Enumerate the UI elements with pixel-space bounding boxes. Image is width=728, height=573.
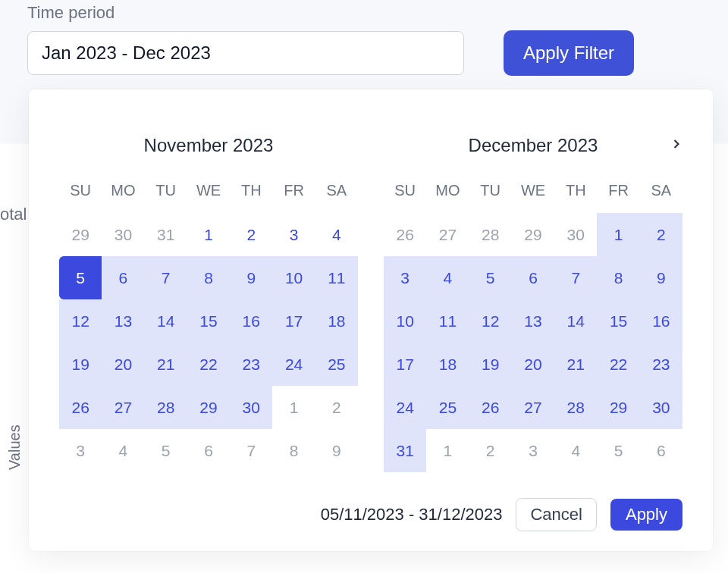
calendar-day[interactable]: 6 xyxy=(640,429,682,472)
weekday-label: SU xyxy=(59,176,102,213)
calendar-day[interactable]: 27 xyxy=(512,386,554,429)
calendar-day[interactable]: 25 xyxy=(426,386,469,429)
calendar-day[interactable]: 1 xyxy=(272,386,315,429)
calendar-day[interactable]: 1 xyxy=(187,213,230,256)
calendar-day[interactable]: 27 xyxy=(426,213,469,256)
calendar-day[interactable]: 17 xyxy=(384,343,426,386)
calendar-day[interactable]: 3 xyxy=(59,429,102,472)
calendar-day[interactable]: 2 xyxy=(230,213,272,256)
calendar-day[interactable]: 9 xyxy=(230,256,272,299)
cancel-button[interactable]: Cancel xyxy=(516,498,596,531)
calendar-day[interactable]: 8 xyxy=(597,256,639,299)
chevron-right-icon xyxy=(669,141,684,154)
calendar-day[interactable]: 4 xyxy=(315,213,358,256)
calendar-day[interactable]: 24 xyxy=(272,343,315,386)
calendar-day[interactable]: 26 xyxy=(469,386,512,429)
calendar-day[interactable]: 26 xyxy=(59,386,102,429)
calendar-day[interactable]: 7 xyxy=(145,256,187,299)
calendar-day[interactable]: 1 xyxy=(597,213,639,256)
calendar-day[interactable]: 23 xyxy=(230,343,272,386)
next-month-button[interactable] xyxy=(669,136,684,155)
calendar-day[interactable]: 8 xyxy=(187,256,230,299)
calendar-day[interactable]: 3 xyxy=(512,429,554,472)
calendar-day[interactable]: 12 xyxy=(469,299,512,343)
calendar-day[interactable]: 2 xyxy=(315,386,358,429)
calendar-day[interactable]: 14 xyxy=(145,299,187,343)
calendar-day[interactable]: 31 xyxy=(145,213,187,256)
calendar-day[interactable]: 30 xyxy=(102,213,144,256)
y-axis-label: Values xyxy=(6,424,24,470)
calendar-day[interactable]: 15 xyxy=(187,299,230,343)
calendar-day[interactable]: 6 xyxy=(512,256,554,299)
calendar-day[interactable]: 5 xyxy=(597,429,639,472)
weekday-label: TH xyxy=(554,176,597,213)
calendar-day[interactable]: 23 xyxy=(640,343,682,386)
calendar-day[interactable]: 8 xyxy=(272,429,315,472)
calendar-day[interactable]: 7 xyxy=(230,429,272,472)
calendar-day[interactable]: 15 xyxy=(597,299,639,343)
calendar-day[interactable]: 31 xyxy=(384,429,426,472)
calendar-day[interactable]: 19 xyxy=(59,343,102,386)
calendar-day[interactable]: 12 xyxy=(59,299,102,343)
calendar-day[interactable]: 16 xyxy=(640,299,682,343)
calendar-day[interactable]: 29 xyxy=(187,386,230,429)
calendar-day[interactable]: 21 xyxy=(554,343,597,386)
calendar-day[interactable]: 21 xyxy=(145,343,187,386)
calendar-day[interactable]: 4 xyxy=(102,429,144,472)
weekday-label: TU xyxy=(145,176,187,213)
calendar-day[interactable]: 20 xyxy=(102,343,144,386)
selected-range-text: 05/11/2023 - 31/12/2023 xyxy=(321,505,503,524)
calendar-day[interactable]: 16 xyxy=(230,299,272,343)
calendar-day[interactable]: 7 xyxy=(554,256,597,299)
weekday-label: MO xyxy=(426,176,469,213)
calendar-day[interactable]: 5 xyxy=(59,256,102,299)
calendar-day[interactable]: 6 xyxy=(187,429,230,472)
calendar-day[interactable]: 11 xyxy=(315,256,358,299)
calendar-day[interactable]: 9 xyxy=(640,256,682,299)
calendar-day[interactable]: 2 xyxy=(469,429,512,472)
calendar-day[interactable]: 22 xyxy=(187,343,230,386)
calendar-day[interactable]: 26 xyxy=(384,213,426,256)
calendar-day[interactable]: 5 xyxy=(469,256,512,299)
calendar-day[interactable]: 28 xyxy=(469,213,512,256)
month-right: December 2023 SUMOTUWETHFRSA 26272829301… xyxy=(384,135,682,472)
weekday-label: SU xyxy=(384,176,426,213)
calendar-day[interactable]: 9 xyxy=(315,429,358,472)
calendar-day[interactable]: 10 xyxy=(384,299,426,343)
calendar-day[interactable]: 27 xyxy=(102,386,144,429)
calendar-day[interactable]: 28 xyxy=(554,386,597,429)
calendar-day[interactable]: 29 xyxy=(597,386,639,429)
calendar-day[interactable]: 3 xyxy=(384,256,426,299)
calendar-day[interactable]: 6 xyxy=(102,256,144,299)
calendar-day[interactable]: 30 xyxy=(230,386,272,429)
calendar-day[interactable]: 29 xyxy=(512,213,554,256)
calendar-day[interactable]: 17 xyxy=(272,299,315,343)
calendar-day[interactable]: 22 xyxy=(597,343,639,386)
calendar-day[interactable]: 18 xyxy=(426,343,469,386)
calendar-day[interactable]: 3 xyxy=(272,213,315,256)
calendar-day[interactable]: 30 xyxy=(640,386,682,429)
calendar-day[interactable]: 4 xyxy=(554,429,597,472)
calendar-day[interactable]: 19 xyxy=(469,343,512,386)
calendar-day[interactable]: 13 xyxy=(512,299,554,343)
calendar-day[interactable]: 24 xyxy=(384,386,426,429)
calendar-day[interactable]: 20 xyxy=(512,343,554,386)
calendar-day[interactable]: 29 xyxy=(59,213,102,256)
calendar-day[interactable]: 13 xyxy=(102,299,144,343)
calendar-day[interactable]: 4 xyxy=(426,256,469,299)
calendar-day[interactable]: 25 xyxy=(315,343,358,386)
calendar-day[interactable]: 14 xyxy=(554,299,597,343)
calendar-day[interactable]: 2 xyxy=(640,213,682,256)
calendar-day[interactable]: 18 xyxy=(315,299,358,343)
calendar-day[interactable]: 10 xyxy=(272,256,315,299)
calendar-day[interactable]: 11 xyxy=(426,299,469,343)
calendar-day[interactable]: 5 xyxy=(145,429,187,472)
apply-filter-button[interactable]: Apply Filter xyxy=(504,30,634,76)
calendar-day[interactable]: 1 xyxy=(426,429,469,472)
calendar-day[interactable]: 28 xyxy=(145,386,187,429)
date-range-input[interactable]: Jan 2023 - Dec 2023 xyxy=(27,31,464,75)
time-period-label: Time period xyxy=(27,0,701,30)
calendar-day[interactable]: 30 xyxy=(554,213,597,256)
apply-button[interactable]: Apply xyxy=(610,499,682,531)
filter-row: Jan 2023 - Dec 2023 Apply Filter xyxy=(27,30,701,76)
